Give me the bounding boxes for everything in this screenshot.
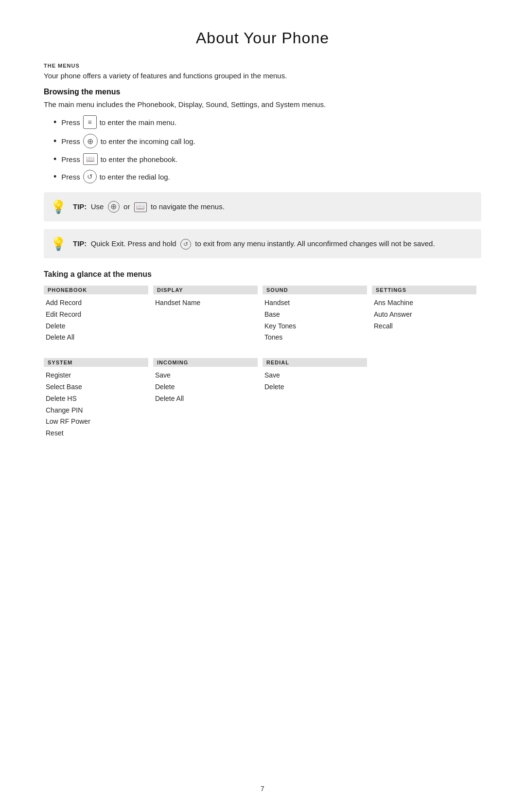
phonebook-icon (83, 153, 98, 165)
bullet-item-2: • Press to enter the incoming call log. (53, 134, 481, 148)
redial-icon (83, 170, 97, 183)
menu-item-incoming-delete: Delete (153, 381, 258, 393)
tip-text-1: TIP: Use or to navigate the menus. (73, 201, 225, 213)
tip-redial-icon (180, 239, 191, 250)
menu-col-phonebook: Phonebook Add Record Edit Record Delete … (44, 286, 153, 348)
menu-item-edit-record: Edit Record (44, 309, 148, 321)
menu-col-incoming: Incoming Save Delete Delete All (153, 358, 262, 444)
menu-col-display: Display Handset Name (153, 286, 262, 348)
bullet-item-3: • Press to enter the phonebook. (53, 153, 481, 165)
bullet-dot: • (53, 118, 56, 126)
page-content: About Your Phone The Menus Your phone of… (0, 0, 525, 483)
menu-grid-row2: System Register Select Base Delete HS Ch… (44, 358, 481, 444)
menu-item-auto-answer: Auto Answer (372, 309, 476, 321)
menu-header-settings: Settings (372, 286, 476, 294)
menu-item-base: Base (262, 309, 367, 321)
menu-item-delete-all: Delete All (44, 332, 148, 343)
menu-item-tones: Tones (262, 332, 367, 343)
menu-icon (83, 115, 97, 129)
menu-item-delete-hs: Delete HS (44, 393, 148, 405)
menu-item-add-record: Add Record (44, 297, 148, 309)
nav-icon-1 (83, 134, 98, 148)
tip-bulb-icon-2: 💡 (51, 236, 66, 252)
menu-col-redial: Redial Save Delete (262, 358, 372, 444)
menu-item-register: Register (44, 370, 148, 381)
menu-item-select-base: Select Base (44, 381, 148, 393)
press-label-2: Press (61, 137, 80, 145)
tip-nav-icon-1 (108, 201, 120, 213)
main-menu-desc: The main menu includes the Phonebook, Di… (44, 100, 481, 108)
tip-bulb-icon-1: 💡 (51, 199, 66, 215)
menu-item-redial-save: Save (262, 370, 367, 381)
menu-header-system: System (44, 358, 148, 367)
menu-item-reset: Reset (44, 428, 148, 439)
intro-text: Your phone offers a variety of features … (44, 72, 481, 80)
bullet-text-3: to enter the phonebook. (101, 155, 177, 163)
menu-item-incoming-save: Save (153, 370, 258, 381)
bullet-list: • Press to enter the main menu. • Press … (53, 115, 481, 183)
tip-box-1: 💡 TIP: Use or to navigate the menus. (44, 192, 481, 221)
tip-phonebook-icon (134, 202, 147, 212)
page-title: About Your Phone (44, 29, 481, 47)
bullet-text-4: to enter the redial log. (100, 173, 170, 181)
menu-item-key-tones: Key Tones (262, 321, 367, 332)
tip-label-1: TIP: (73, 202, 87, 211)
menu-col-settings: Settings Ans Machine Auto Answer Recall (372, 286, 481, 348)
tip-label-2: TIP: (73, 239, 87, 248)
menu-item-delete: Delete (44, 321, 148, 332)
menu-header-sound: Sound (262, 286, 367, 294)
menu-item-low-rf: Low RF Power (44, 416, 148, 428)
menu-item-recall: Recall (372, 321, 476, 332)
bullet-dot-2: • (53, 137, 56, 145)
bullet-text-2: to enter the incoming call log. (101, 137, 195, 145)
bullet-item-1: • Press to enter the main menu. (53, 115, 481, 129)
menu-item-incoming-delete-all: Delete All (153, 393, 258, 405)
menu-col-empty (372, 358, 481, 444)
browsing-menus-title: Browsing the menus (44, 88, 481, 96)
menu-col-sound: Sound Handset Base Key Tones Tones (262, 286, 372, 348)
menu-item-handset-name: Handset Name (153, 297, 258, 309)
tip-text-2: TIP: Quick Exit. Press and hold to exit … (73, 238, 435, 250)
menu-grid-row1: Phonebook Add Record Edit Record Delete … (44, 286, 481, 348)
menu-header-redial: Redial (262, 358, 367, 367)
menu-header-display: Display (153, 286, 258, 294)
menu-header-incoming: Incoming (153, 358, 258, 367)
menu-item-ans-machine: Ans Machine (372, 297, 476, 309)
press-label-4: Press (61, 173, 80, 181)
bullet-dot-4: • (53, 172, 56, 181)
bullet-item-4: • Press to enter the redial log. (53, 170, 481, 183)
taking-glance-title: Taking a glance at the menus (44, 270, 481, 279)
press-label-3: Press (61, 155, 80, 163)
page-number: 7 (261, 785, 264, 793)
menu-header-phonebook: Phonebook (44, 286, 148, 294)
menu-item-change-pin: Change PIN (44, 405, 148, 416)
tip-box-2: 💡 TIP: Quick Exit. Press and hold to exi… (44, 229, 481, 258)
menu-col-system: System Register Select Base Delete HS Ch… (44, 358, 153, 444)
bullet-text-1: to enter the main menu. (100, 118, 176, 126)
press-label: Press (61, 118, 80, 126)
bullet-dot-3: • (53, 155, 56, 163)
section-label: The Menus (44, 63, 481, 69)
menu-item-handset: Handset (262, 297, 367, 309)
menu-item-redial-delete: Delete (262, 381, 367, 393)
